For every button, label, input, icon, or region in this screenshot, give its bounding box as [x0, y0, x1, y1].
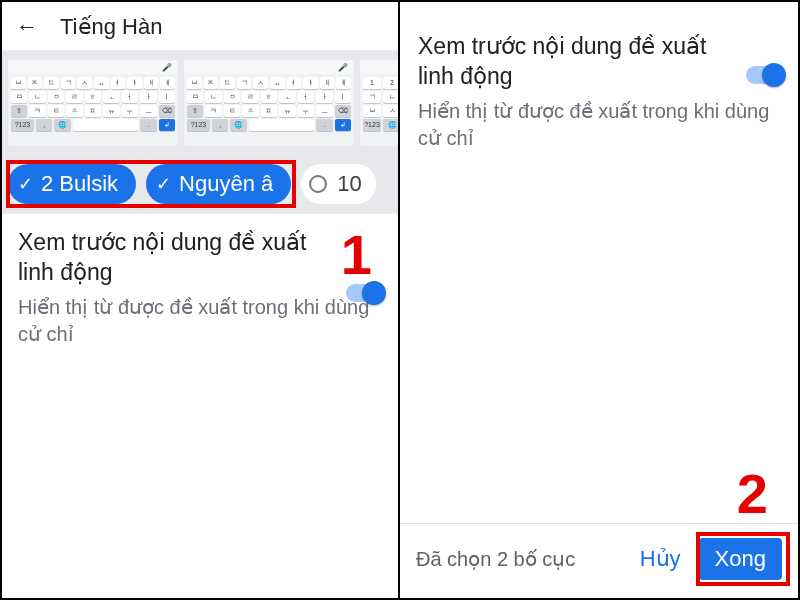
mic-icon: 🎤 — [338, 63, 348, 72]
footer-bar: Đã chọn 2 bố cục Hủy Xong — [400, 523, 798, 598]
layout-chip-selected[interactable]: ✓ Nguyên â — [146, 164, 291, 204]
back-icon[interactable]: ← — [16, 14, 38, 40]
setting-dynamic-suggestion-preview[interactable]: Xem trước nội dung đề xuất linh động Hiể… — [2, 214, 398, 354]
cancel-button[interactable]: Hủy — [640, 546, 681, 572]
layout-chip-row: ✓ 2 Bulsik ✓ Nguyên â 10 — [2, 158, 398, 214]
check-icon: ✓ — [156, 173, 171, 195]
layout-chip-selected[interactable]: ✓ 2 Bulsik — [8, 164, 136, 204]
mic-icon: 🎤 — [162, 63, 172, 72]
globe-icon: 🌐 — [54, 119, 70, 131]
setting-title: Xem trước nội dung đề xuất linh động — [18, 228, 382, 288]
keyboard-preview-strip: 🎤 ㅂㅈㄷㄱㅅㅛㅕㅑㅐㅔ ㅁㄴㅇㄹㅎㅗㅓㅏㅣ ⇧ㅋㅌㅊㅍㅠㅜㅡ⌫ ?123,🌐.… — [2, 50, 398, 158]
annotation-step-number: 2 — [737, 461, 768, 526]
annotation-step-number: 1 — [341, 222, 372, 287]
keyboard-layout-thumb[interactable]: 🎤 ㅂㅈㄷㄱㅅㅛㅕㅑㅒㅖ ㅁㄴㅇㄹㅎㅗㅓㅏㅣ ⇧ㅋㅌㅊㅍㅠㅜㅡ⌫ ?123,🌐.… — [184, 60, 354, 146]
chip-label: Nguyên â — [179, 171, 273, 197]
numsym-key: ?123 — [11, 119, 34, 131]
tutorial-frame: ← Tiếng Hàn 🎤 ㅂㅈㄷㄱㅅㅛㅕㅑㅐㅔ ㅁㄴㅇㄹㅎㅗㅓㅏㅣ ⇧ㅋㅌㅊㅍ… — [0, 0, 800, 600]
selection-status: Đã chọn 2 bố cục — [416, 546, 575, 572]
page-title: Tiếng Hàn — [60, 14, 162, 40]
done-button[interactable]: Xong — [699, 538, 782, 580]
enter-key-icon: ↲ — [159, 119, 175, 131]
chip-label: 2 Bulsik — [41, 171, 118, 197]
setting-subtitle: Hiển thị từ được đề xuất trong khi dùng … — [18, 294, 382, 348]
radio-icon — [309, 175, 327, 193]
setting-title: Xem trước nội dung đề xuất linh động — [418, 32, 780, 92]
setting-dynamic-suggestion-preview[interactable]: Xem trước nội dung đề xuất linh động Hiể… — [400, 2, 798, 158]
toggle-switch[interactable] — [746, 66, 784, 84]
keyboard-layout-thumb[interactable]: 12 ㄱㄴ ㅂㅅ ?123🌐 — [360, 60, 398, 146]
chip-label: 10 — [337, 171, 361, 197]
keyboard-layout-thumb[interactable]: 🎤 ㅂㅈㄷㄱㅅㅛㅕㅑㅐㅔ ㅁㄴㅇㄹㅎㅗㅓㅏㅣ ⇧ㅋㅌㅊㅍㅠㅜㅡ⌫ ?123,🌐.… — [8, 60, 178, 146]
check-icon: ✓ — [18, 173, 33, 195]
pane-right: Xem trước nội dung đề xuất linh động Hiể… — [400, 2, 798, 598]
pane-left: ← Tiếng Hàn 🎤 ㅂㅈㄷㄱㅅㅛㅕㅑㅐㅔ ㅁㄴㅇㄹㅎㅗㅓㅏㅣ ⇧ㅋㅌㅊㅍ… — [2, 2, 400, 598]
titlebar: ← Tiếng Hàn — [2, 2, 398, 50]
layout-chip-unselected[interactable]: 10 — [301, 164, 375, 204]
setting-subtitle: Hiển thị từ được đề xuất trong khi dùng … — [418, 98, 780, 152]
